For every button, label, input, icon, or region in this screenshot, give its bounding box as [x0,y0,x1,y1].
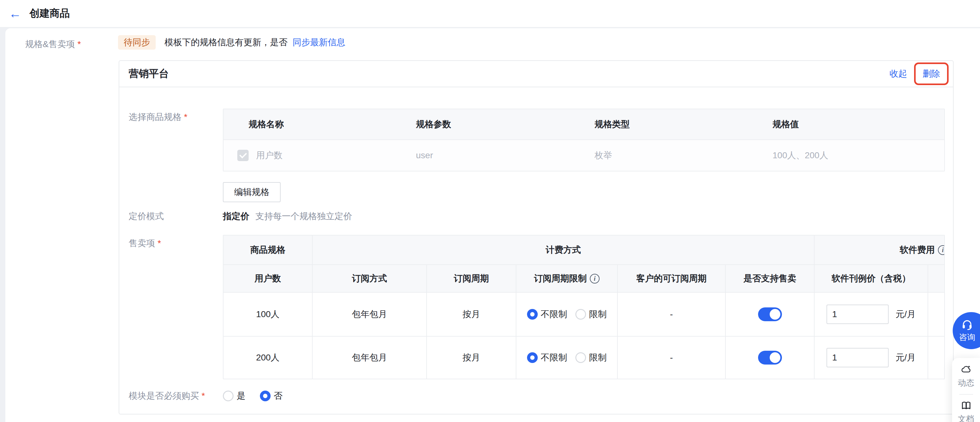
radio-yes-label: 是 [237,390,245,402]
pricing-mode-hint: 支持每一个规格独立定价 [256,211,352,221]
spec-table-row: 用户数 user 枚举 100人、200人 [223,139,944,171]
spec-values: 100人、200人 [765,150,945,161]
radio-limited[interactable] [575,309,586,320]
spec-col-type: 规格类型 [584,118,765,130]
news-item[interactable]: 动态 [958,364,974,389]
sellable-toggle-on[interactable] [758,307,782,321]
col-sub-cycle: 订阅周期 [427,265,516,292]
row-sub-type: 包年包月 [313,293,427,336]
spec-col-name: 规格名称 [223,118,404,130]
news-label: 动态 [958,377,974,389]
group-software-fee: 软件费用 [815,236,945,264]
spec-param: user [404,150,584,161]
headset-icon [961,319,974,331]
docs-item[interactable]: 文档 [958,400,974,422]
sync-latest-link[interactable]: 同步最新信息 [293,37,345,48]
row-sellable [726,337,815,379]
sell-row-100: 100人 包年包月 按月 不限制 限制 - [223,292,945,336]
col-list-price: 软件刊例价（含税） [815,265,928,292]
radio-yes[interactable] [223,390,234,401]
docs-label: 文档 [958,414,974,422]
open-book-icon [960,400,972,411]
radio-limited[interactable] [575,352,586,363]
section-label: 规格&售卖项* [25,38,81,50]
card-actions: 收起 删除 [889,62,948,85]
sell-row-200: 200人 包年包月 按月 不限制 限制 - [223,336,945,379]
row-extra [928,337,945,379]
col-customer-cycle: 客户的可订阅周期 [618,265,726,292]
price-unit: 元/月 [896,308,916,320]
field-sell-items: 售卖项* 商品规格 计费方式 软件费用 [129,235,944,379]
status-badge: 待同步 [118,35,156,49]
back-arrow-icon[interactable]: ← [9,7,21,20]
spec-select-label: 选择商品规格* [129,109,223,123]
sellable-toggle-on[interactable] [758,351,782,365]
spec-type: 枚举 [584,150,765,161]
spec-name: 用户数 [256,150,283,161]
info-icon[interactable] [938,245,945,255]
col-sub-type: 订阅方式 [313,265,427,292]
radio-unlimited-selected[interactable] [527,309,538,320]
row-cycle-limit: 不限制 限制 [516,293,618,336]
col-cycle-limit: 订阅周期限制 [516,265,618,292]
section-label-text: 规格&售卖项 [25,39,75,49]
sync-row: 待同步 模板下的规格信息有更新，是否 同步最新信息 [118,35,345,49]
sell-items-label: 售卖项* [129,235,223,249]
row-sub-type: 包年包月 [313,337,427,379]
row-extra [928,293,945,336]
top-bar: ← 创建商品 [0,0,980,28]
field-pricing-mode: 定价模式 指定价 支持每一个规格独立定价 [129,210,944,222]
delete-link[interactable]: 删除 [923,68,940,80]
required-asterisk: * [78,39,81,49]
edit-spec-button[interactable]: 编辑规格 [223,182,281,202]
collapse-link[interactable]: 收起 [889,68,907,80]
spec-table-header: 规格名称 规格参数 规格类型 规格值 [223,109,944,139]
field-module-required: 模块是否必须购买* 是 否 [129,390,944,402]
sell-table-col-header: 用户数 订阅方式 订阅周期 订阅周期限制 客户的可订阅周期 是否支持售卖 软件刊… [223,264,945,292]
col-sellable: 是否支持售卖 [726,265,815,292]
row-customer-cycle: - [618,293,726,336]
spec-col-values: 规格值 [765,118,945,130]
module-card: 营销平台 收起 删除 选择商品规格* 规格名称 规格参数 规格类型 规格值 [119,60,954,414]
row-spec: 200人 [223,337,313,379]
sell-table-clip: 商品规格 计费方式 软件费用 用户数 订阅方式 订阅周期 [223,235,945,379]
row-sellable [726,293,815,336]
panel-divider [959,394,973,395]
card-header: 营销平台 收起 删除 [119,61,953,87]
required-asterisk: * [158,238,161,248]
consult-label: 咨询 [959,332,975,343]
pricing-mode-label: 定价模式 [129,210,223,222]
spec-checkbox-checked-disabled[interactable] [237,150,248,161]
required-asterisk: * [202,391,205,401]
row-price: 元/月 [815,293,928,336]
row-sub-cycle: 按月 [427,337,516,379]
field-spec-select: 选择商品规格* 规格名称 规格参数 规格类型 规格值 用户数 [129,109,944,172]
spec-col-param: 规格参数 [404,118,584,130]
sync-message: 模板下的规格信息有更新，是否 [164,37,288,48]
group-billing: 计费方式 [313,236,815,264]
card-title: 营销平台 [129,67,169,81]
col-spec: 用户数 [223,265,313,292]
radio-no-selected[interactable] [260,390,270,401]
spec-table: 规格名称 规格参数 规格类型 规格值 用户数 user 枚举 100人、200人 [223,109,945,172]
col-extra [928,265,945,292]
row-sub-cycle: 按月 [427,293,516,336]
required-asterisk: * [184,112,188,122]
sell-table-group-header: 商品规格 计费方式 软件费用 [223,236,945,264]
radio-no-label: 否 [274,390,283,402]
price-input[interactable] [827,348,889,367]
delete-highlight-box: 删除 [914,62,948,85]
info-icon[interactable] [590,274,600,283]
row-price: 元/月 [815,337,928,379]
module-required-label: 模块是否必须购买* [129,390,223,402]
row-cycle-limit: 不限制 限制 [516,337,618,379]
sell-table: 商品规格 计费方式 软件费用 用户数 订阅方式 订阅周期 [223,236,945,379]
radio-unlimited-selected[interactable] [527,352,538,363]
price-unit: 元/月 [896,352,916,364]
group-spec: 商品规格 [223,236,313,264]
price-input[interactable] [827,304,889,324]
row-customer-cycle: - [618,337,726,379]
pricing-mode-value: 指定价 [223,211,249,221]
page-title: 创建商品 [30,6,70,21]
side-float-panel: 动态 文档 [952,358,980,422]
